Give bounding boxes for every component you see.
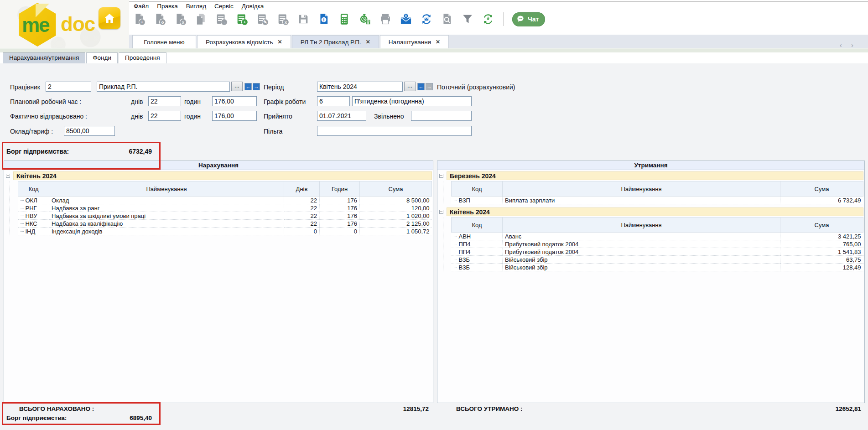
planned-hours-field[interactable]	[212, 96, 257, 106]
subtab-2[interactable]: Проведення	[119, 52, 166, 63]
payroll-recalc-icon[interactable]	[359, 13, 371, 26]
column-header[interactable]: Сума	[360, 181, 432, 197]
deductions-group-header[interactable]: Березень 2024	[437, 171, 864, 181]
schedule-name-field[interactable]	[352, 96, 472, 106]
receive-mail-icon[interactable]	[400, 13, 412, 26]
menu-bar: ФайлПравкаВиглядСервісДовідка	[134, 3, 264, 10]
accruals-table: КодНайменуванняДнівГодинСумаОКЛОклад2217…	[18, 181, 432, 235]
cell-code: ПП4	[452, 240, 503, 248]
deductions-row[interactable]: ВЗПВиплата зарплати6 732,49	[452, 197, 863, 204]
collapse-group-icon[interactable]	[439, 210, 443, 214]
menu-item-2[interactable]: Вигляд	[186, 3, 206, 10]
column-header[interactable]: Найменування	[49, 181, 284, 197]
view-document-icon[interactable]: o	[153, 13, 166, 26]
tab-label: Головне меню	[144, 39, 184, 46]
period-next-button[interactable]: →	[426, 83, 433, 90]
column-header[interactable]: Код	[18, 181, 49, 197]
benefit-field[interactable]	[317, 126, 472, 136]
cell-name: Військовий збір	[503, 256, 780, 264]
tab-3[interactable]: Налаштування✕	[380, 35, 449, 48]
accruals-group-header[interactable]: Квітень 2024	[4, 171, 433, 181]
accruals-row[interactable]: НКСНадбавка за кваліфікацію221762 125,00	[18, 220, 432, 228]
employee-id-field[interactable]	[46, 82, 91, 92]
filter-icon[interactable]	[461, 13, 474, 26]
document-info-icon[interactable]: i	[317, 13, 330, 26]
print-icon[interactable]	[379, 13, 392, 26]
accruals-row[interactable]: ОКЛОклад221768 500,00	[18, 197, 432, 204]
column-header[interactable]: Днів	[284, 181, 320, 197]
deductions-group-header[interactable]: Квітень 2024	[437, 207, 864, 217]
add-record-icon[interactable]: +	[235, 13, 248, 26]
tab-0[interactable]: Головне меню	[132, 35, 196, 48]
export-record-icon[interactable]: →	[215, 13, 228, 26]
copy-document-icon[interactable]	[194, 13, 207, 26]
search-document-icon[interactable]	[441, 13, 453, 26]
chat-button[interactable]: Чат	[512, 12, 545, 26]
schedule-code-field[interactable]	[317, 96, 350, 106]
actual-hours-field[interactable]	[212, 111, 257, 121]
column-header[interactable]: Годин	[320, 181, 360, 197]
home-button[interactable]	[99, 7, 120, 29]
calculator-icon[interactable]	[338, 13, 351, 26]
deductions-group-label: Квітень 2024	[447, 207, 863, 216]
column-header[interactable]: Найменування	[503, 181, 780, 197]
accruals-total-label: ВСЬОГО НАРАХОВАНО :	[19, 405, 94, 412]
close-tab-icon[interactable]: ✕	[278, 39, 282, 45]
close-tab-icon[interactable]: ✕	[436, 39, 440, 45]
column-header[interactable]: Найменування	[503, 218, 780, 233]
deductions-row[interactable]: ПП4Прибутковий податок 20041 541,83	[452, 248, 863, 256]
salary-field[interactable]	[64, 126, 115, 136]
cell-number: 1 020,00	[360, 212, 432, 220]
accruals-panel: Нарахування Квітень 2024КодНайменуванняД…	[4, 161, 433, 403]
cell-number: 176	[320, 197, 360, 204]
new-document-icon[interactable]: +	[133, 13, 146, 26]
deductions-row[interactable]: АВНАванс3 421,25	[452, 233, 863, 240]
menu-item-3[interactable]: Сервіс	[214, 3, 234, 10]
period-prev-button[interactable]: ←	[417, 83, 425, 90]
accruals-total-value: 12815,72	[292, 405, 429, 412]
employee-next-button[interactable]: →	[253, 83, 260, 90]
deductions-table: КодНайменуванняСумаВЗПВиплата зарплати6 …	[451, 181, 863, 204]
exchange-icon[interactable]	[420, 13, 433, 26]
delete-document-icon[interactable]: x	[174, 13, 187, 26]
collapse-group-icon[interactable]	[439, 174, 443, 178]
planned-time-label: Плановий робочий час :	[10, 98, 81, 105]
menu-item-1[interactable]: Правка	[157, 3, 178, 10]
cell-name: Військовий збір	[503, 264, 780, 271]
employee-name-field[interactable]	[97, 82, 230, 92]
subtab-0[interactable]: Нарахування/утримання	[3, 52, 85, 63]
close-tab-icon[interactable]: ✕	[366, 39, 370, 45]
column-header[interactable]: Код	[452, 181, 503, 197]
accruals-row[interactable]: РНГНадбавка за ранг22176120,00	[18, 204, 432, 212]
save-icon[interactable]	[297, 13, 310, 26]
cell-number: 22	[284, 197, 320, 204]
delete-record-icon[interactable]: x	[276, 13, 289, 26]
chat-label: Чат	[528, 16, 539, 23]
accruals-row[interactable]: ІНДІндексація доходів001 050,72	[18, 228, 432, 235]
period-browse-button[interactable]: ...	[404, 82, 416, 91]
edit-record-icon[interactable]: ✎	[256, 13, 269, 26]
accruals-row[interactable]: НВУНадбавка за шкідливі умови праці22176…	[18, 212, 432, 220]
period-field[interactable]	[317, 82, 403, 92]
column-header[interactable]: Сума	[780, 218, 863, 233]
actual-days-field[interactable]	[148, 111, 181, 121]
subtab-1[interactable]: Фонди	[86, 52, 118, 63]
employee-browse-button[interactable]: ...	[231, 82, 243, 91]
employee-prev-button[interactable]: ←	[244, 83, 252, 90]
cell-number: 1 541,83	[780, 248, 863, 256]
column-header[interactable]: Сума	[780, 181, 863, 197]
hired-date-field[interactable]	[317, 111, 366, 121]
deductions-row[interactable]: ВЗБВійськовий збір63,75	[452, 256, 863, 264]
deductions-panel: Утримання Березень 2024КодНайменуванняСу…	[437, 161, 865, 403]
deductions-row[interactable]: ПП4Прибутковий податок 2004765,00	[452, 240, 863, 248]
refresh-icon[interactable]	[482, 13, 494, 26]
tab-2[interactable]: РЛ Тн 2 Приклад Р.П.✕	[292, 35, 379, 48]
menu-item-4[interactable]: Довідка	[242, 3, 264, 10]
tab-1[interactable]: Розрахункова відомість✕	[197, 35, 291, 48]
menu-item-0[interactable]: Файл	[134, 3, 149, 10]
planned-days-field[interactable]	[148, 96, 181, 106]
collapse-group-icon[interactable]	[6, 174, 10, 178]
deductions-row[interactable]: ВЗБВійськовий збір128,49	[452, 264, 863, 271]
fired-date-field[interactable]	[411, 111, 472, 121]
column-header[interactable]: Код	[452, 218, 503, 233]
